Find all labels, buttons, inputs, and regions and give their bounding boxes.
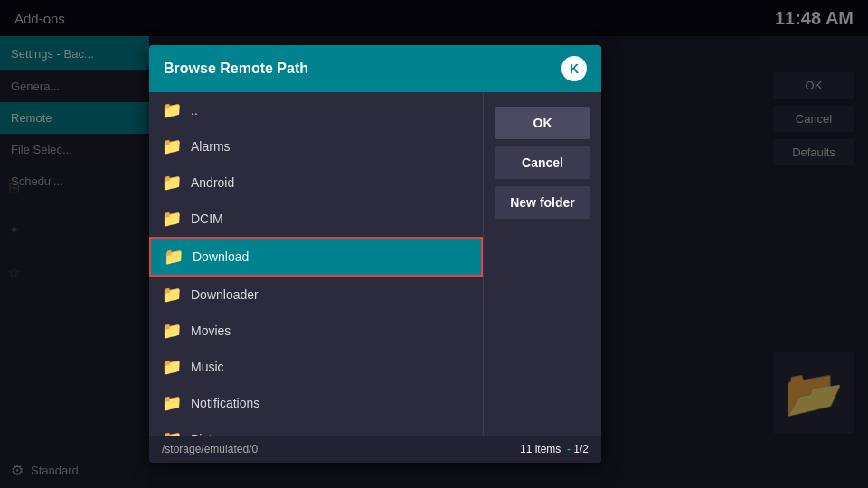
footer-count-label: 11 items <box>520 443 561 455</box>
folder-icon-notifications: 📁 <box>162 393 182 413</box>
dialog-newfolder-button[interactable]: New folder <box>495 186 590 219</box>
file-name-dcim: DCIM <box>191 211 223 226</box>
footer-path: /storage/emulated/0 <box>162 443 258 455</box>
dialog-overlay: Browse Remote Path K 📁 .. 📁 Alarms 📁 And… <box>0 0 868 488</box>
file-item-movies[interactable]: 📁 Movies <box>149 313 483 349</box>
file-name-downloader: Downloader <box>191 287 259 302</box>
file-item-android[interactable]: 📁 Android <box>149 164 483 201</box>
footer-page-label: 1/2 <box>573 443 589 455</box>
file-name-android: Android <box>191 175 234 190</box>
footer-count: 11 items - 1/2 <box>520 443 589 455</box>
file-name-dotdot: .. <box>191 103 198 117</box>
file-name-notifications: Notifications <box>191 396 259 410</box>
file-item-music[interactable]: 📁 Music <box>149 349 483 385</box>
file-item-pictures[interactable]: 📁 Pictures <box>149 421 483 436</box>
dialog-ok-button[interactable]: OK <box>495 107 590 139</box>
kodi-logo: K <box>561 56 587 81</box>
folder-icon-pictures: 📁 <box>162 429 182 436</box>
file-item-alarms[interactable]: 📁 Alarms <box>149 128 483 164</box>
file-name-alarms: Alarms <box>191 139 231 154</box>
folder-icon-dotdot: 📁 <box>162 100 182 120</box>
file-name-pictures: Pictures <box>191 432 237 436</box>
file-item-dotdot[interactable]: 📁 .. <box>149 92 483 128</box>
folder-icon-android: 📁 <box>162 173 182 192</box>
dialog-actions: OK Cancel New folder <box>484 92 601 436</box>
dialog-cancel-button[interactable]: Cancel <box>495 146 590 179</box>
file-item-downloader[interactable]: 📁 Downloader <box>149 277 483 313</box>
folder-icon-download: 📁 <box>164 247 184 267</box>
file-item-notifications[interactable]: 📁 Notifications <box>149 385 483 421</box>
folder-icon-movies: 📁 <box>162 321 182 341</box>
dialog-header: Browse Remote Path K <box>149 45 601 92</box>
folder-icon-alarms: 📁 <box>162 136 182 156</box>
file-list[interactable]: 📁 .. 📁 Alarms 📁 Android 📁 DCIM 📁 <box>149 92 484 436</box>
file-name-music: Music <box>191 360 224 374</box>
dialog-body: 📁 .. 📁 Alarms 📁 Android 📁 DCIM 📁 <box>149 92 601 436</box>
dialog-title: Browse Remote Path <box>164 61 308 77</box>
folder-icon-music: 📁 <box>162 357 182 377</box>
folder-icon-dcim: 📁 <box>162 209 182 229</box>
file-item-dcim[interactable]: 📁 DCIM <box>149 201 483 237</box>
file-name-download: Download <box>193 249 249 264</box>
file-name-movies: Movies <box>191 324 231 338</box>
browse-dialog: Browse Remote Path K 📁 .. 📁 Alarms 📁 And… <box>149 45 601 463</box>
folder-icon-downloader: 📁 <box>162 285 182 305</box>
file-item-download[interactable]: 📁 Download <box>149 237 483 277</box>
dialog-footer: /storage/emulated/0 11 items - 1/2 <box>149 436 601 463</box>
